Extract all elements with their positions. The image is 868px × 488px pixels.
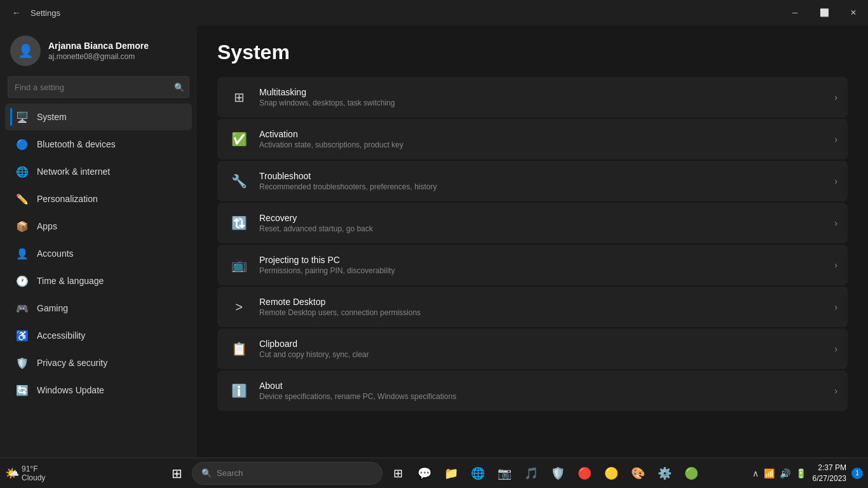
- sidebar-item-personalization[interactable]: ✏️ Personalization: [5, 186, 192, 212]
- clipboard-chevron: ›: [834, 344, 837, 354]
- clock-widget[interactable]: 2:37 PM 6/27/2023: [813, 463, 846, 484]
- minimize-button[interactable]: ─: [780, 0, 810, 25]
- sidebar-item-system[interactable]: 🖥️ System: [5, 104, 192, 130]
- bluetooth-icon: 🔵: [15, 137, 29, 151]
- close-button[interactable]: ✕: [839, 0, 868, 25]
- taskbar-app-google2[interactable]: 🔴: [572, 461, 597, 486]
- weather-icon: 🌤️: [5, 466, 19, 480]
- taskbar-app-file-explorer[interactable]: 📁: [438, 461, 464, 486]
- start-button[interactable]: ⊞: [164, 461, 189, 486]
- volume-icon[interactable]: 🔊: [778, 467, 792, 480]
- troubleshoot-icon: 🔧: [227, 170, 250, 193]
- taskbar-left: 🌤️ 91°F Cloudy: [5, 464, 50, 482]
- sidebar-search-input[interactable]: [8, 76, 189, 98]
- page-title: System: [217, 41, 848, 64]
- sidebar-item-network[interactable]: 🌐 Network & internet: [5, 158, 192, 185]
- settings-list: ⊞ Multitasking Snap windows, desktops, t…: [217, 77, 848, 411]
- remote-desktop-desc: Remote Desktop users, connection permiss…: [259, 308, 834, 317]
- taskbar-search-bar[interactable]: 🔍 Search: [192, 462, 383, 485]
- sidebar-item-label-network: Network & internet: [37, 166, 110, 177]
- setting-item-multitasking[interactable]: ⊞ Multitasking Snap windows, desktops, t…: [217, 77, 848, 118]
- setting-item-remote-desktop[interactable]: > Remote Desktop Remote Desktop users, c…: [217, 287, 848, 327]
- taskbar-app-teams[interactable]: 💬: [412, 461, 437, 486]
- sidebar: 👤 Arjanna Bianca Demore aj.monette08@gma…: [0, 25, 197, 458]
- sidebar-item-apps[interactable]: 📦 Apps: [5, 213, 192, 240]
- activation-desc: Activation state, subscriptions, product…: [259, 140, 834, 149]
- setting-item-projecting[interactable]: 📺 Projecting to this PC Permissions, pai…: [217, 245, 848, 285]
- update-icon: 🔄: [15, 383, 29, 397]
- remote-desktop-chevron: ›: [834, 302, 837, 312]
- projecting-icon: 📺: [227, 254, 250, 276]
- sidebar-item-label-accessibility: Accessibility: [37, 330, 85, 341]
- taskbar-app-edge-secure[interactable]: 🛡️: [545, 461, 571, 486]
- troubleshoot-title: Troubleshoot: [259, 171, 834, 181]
- taskbar-app-chrome[interactable]: 🌐: [465, 461, 491, 486]
- taskbar-app-task-view[interactable]: ⊞: [385, 461, 410, 486]
- setting-item-activation[interactable]: ✅ Activation Activation state, subscript…: [217, 119, 848, 159]
- taskbar-right: ∧ 📶 🔊 🔋 2:37 PM 6/27/2023 1: [751, 463, 863, 484]
- sidebar-search-box: 🔍: [8, 76, 189, 98]
- user-email: aj.monette08@gmail.com: [48, 52, 149, 61]
- battery-icon[interactable]: 🔋: [794, 467, 808, 480]
- wifi-icon[interactable]: 📶: [763, 467, 776, 480]
- weather-widget[interactable]: 🌤️ 91°F Cloudy: [5, 464, 45, 482]
- network-icon: 🌐: [15, 165, 29, 179]
- taskbar-app-chrome2[interactable]: 🟢: [679, 461, 704, 486]
- sidebar-item-label-bluetooth: Bluetooth & devices: [37, 139, 116, 149]
- sidebar-item-privacy[interactable]: 🛡️ Privacy & security: [5, 349, 192, 376]
- sidebar-item-label-gaming: Gaming: [37, 303, 68, 313]
- title-bar: ← Settings ─ ⬜ ✕: [0, 0, 868, 25]
- tray-expand-icon[interactable]: ∧: [751, 467, 760, 480]
- sidebar-item-bluetooth[interactable]: 🔵 Bluetooth & devices: [5, 131, 192, 158]
- clipboard-icon: 📋: [227, 337, 250, 360]
- taskbar-app-google3[interactable]: 🟡: [599, 461, 624, 486]
- projecting-title: Projecting to this PC: [259, 255, 834, 265]
- back-button[interactable]: ←: [8, 4, 25, 22]
- activation-icon: ✅: [227, 128, 250, 151]
- taskbar: 🌤️ 91°F Cloudy ⊞ 🔍 Search ⊞💬📁🌐📷🎵🛡️🔴🟡🎨⚙️🟢…: [0, 458, 868, 488]
- weather-info: 91°F Cloudy: [22, 464, 45, 482]
- troubleshoot-desc: Recommended troubleshooters, preferences…: [259, 182, 834, 191]
- sidebar-item-accounts[interactable]: 👤 Accounts: [5, 240, 192, 267]
- sidebar-item-gaming[interactable]: 🎮 Gaming: [5, 295, 192, 322]
- clipboard-title: Clipboard: [259, 339, 834, 349]
- about-chevron: ›: [834, 386, 837, 396]
- setting-item-recovery[interactable]: 🔃 Recovery Reset, advanced startup, go b…: [217, 203, 848, 243]
- recovery-title: Recovery: [259, 213, 834, 223]
- setting-item-clipboard[interactable]: 📋 Clipboard Cut and copy history, sync, …: [217, 329, 848, 369]
- sidebar-item-label-personalization: Personalization: [37, 194, 98, 204]
- sidebar-search-icon: 🔍: [174, 83, 184, 92]
- title-bar-label: Settings: [31, 8, 60, 18]
- sidebar-item-label-system: System: [37, 112, 67, 122]
- projecting-desc: Permissions, pairing PIN, discoverabilit…: [259, 266, 834, 275]
- main-content: System ⊞ Multitasking Snap windows, desk…: [197, 25, 868, 458]
- taskbar-search-icon: 🔍: [201, 468, 212, 478]
- sidebar-item-label-apps: Apps: [37, 221, 57, 231]
- gaming-icon: 🎮: [15, 301, 29, 315]
- avatar: 👤: [10, 36, 41, 66]
- setting-item-about[interactable]: ℹ️ About Device specifications, rename P…: [217, 370, 848, 411]
- about-desc: Device specifications, rename PC, Window…: [259, 392, 834, 401]
- app-body: 👤 Arjanna Bianca Demore aj.monette08@gma…: [0, 25, 868, 458]
- clock-date: 6/27/2023: [813, 473, 846, 484]
- system-icon: 🖥️: [15, 110, 29, 124]
- taskbar-app-apps-icon[interactable]: 🎨: [625, 461, 651, 486]
- user-info: Arjanna Bianca Demore aj.monette08@gmail…: [48, 41, 149, 61]
- recovery-chevron: ›: [834, 218, 837, 228]
- taskbar-app-camera[interactable]: 📷: [492, 461, 517, 486]
- taskbar-app-settings-icon[interactable]: ⚙️: [652, 461, 677, 486]
- recovery-desc: Reset, advanced startup, go back: [259, 224, 834, 233]
- maximize-button[interactable]: ⬜: [810, 0, 839, 25]
- taskbar-app-spotify[interactable]: 🎵: [519, 461, 544, 486]
- accounts-icon: 👤: [15, 247, 29, 261]
- user-profile[interactable]: 👤 Arjanna Bianca Demore aj.monette08@gma…: [0, 25, 197, 74]
- about-title: About: [259, 381, 834, 391]
- recovery-icon: 🔃: [227, 212, 250, 234]
- notification-badge[interactable]: 1: [851, 468, 863, 479]
- sidebar-item-update[interactable]: 🔄 Windows Update: [5, 377, 192, 403]
- sidebar-item-time[interactable]: 🕐 Time & language: [5, 268, 192, 294]
- user-name: Arjanna Bianca Demore: [48, 41, 149, 51]
- sidebar-item-accessibility[interactable]: ♿ Accessibility: [5, 322, 192, 349]
- multitasking-title: Multitasking: [259, 87, 834, 97]
- setting-item-troubleshoot[interactable]: 🔧 Troubleshoot Recommended troubleshoote…: [217, 161, 848, 201]
